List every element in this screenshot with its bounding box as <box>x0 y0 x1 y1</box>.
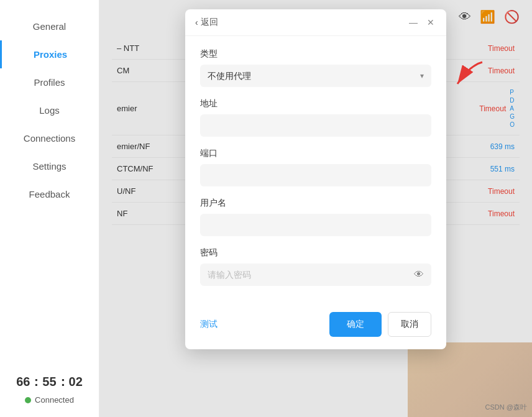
main-content: 👁 📶 🚫 – NTT Timeout CM Timeout emier Tim… <box>99 0 532 417</box>
back-button[interactable]: ‹ 返回 <box>195 17 218 28</box>
address-label: 地址 <box>200 98 431 109</box>
sidebar-bottom: 66：55：02 Connected <box>0 361 99 417</box>
confirm-button[interactable]: 确定 <box>329 312 382 337</box>
test-button[interactable]: 测试 <box>200 319 218 330</box>
port-label: 端口 <box>200 148 431 159</box>
eye-toggle-icon[interactable]: 👁 <box>414 269 424 280</box>
minimize-button[interactable]: — <box>408 17 419 28</box>
username-input[interactable] <box>200 214 431 236</box>
address-field-group: 地址 <box>200 98 431 137</box>
password-label: 密码 <box>200 247 431 259</box>
dialog-footer: 测试 确定 取消 <box>185 312 446 349</box>
cancel-button[interactable]: 取消 <box>388 312 431 337</box>
type-select[interactable]: 不使用代理 <box>200 65 431 87</box>
username-label: 用户名 <box>200 198 431 209</box>
port-field-group: 端口 <box>200 148 431 186</box>
dialog-body: 类型 不使用代理 ▾ 地址 <box>185 36 446 312</box>
sidebar-item-feedback[interactable]: Feedback <box>0 180 99 208</box>
sidebar-item-logs[interactable]: Logs <box>0 96 99 124</box>
type-field-group: 类型 不使用代理 ▾ <box>200 48 431 87</box>
dialog-window-controls: — ✕ <box>408 17 436 28</box>
password-field-group: 密码 👁 <box>200 247 431 286</box>
password-wrapper: 👁 <box>200 263 431 286</box>
sidebar-item-connections[interactable]: Connections <box>0 124 99 152</box>
app-container: General Proxies Profiles Logs Connection… <box>0 0 532 417</box>
sidebar-item-proxies[interactable]: Proxies <box>0 40 99 68</box>
username-field-group: 用户名 <box>200 198 431 236</box>
type-label: 类型 <box>200 48 431 60</box>
modal-overlay: ‹ 返回 — ✕ 类型 不使用代理 <box>99 0 532 417</box>
timer-display: 66：55：02 <box>12 373 86 390</box>
address-input[interactable] <box>200 114 431 137</box>
sidebar: General Proxies Profiles Logs Connection… <box>0 0 99 417</box>
footer-actions: 确定 取消 <box>329 312 431 337</box>
dialog-titlebar: ‹ 返回 — ✕ <box>185 9 446 36</box>
close-button[interactable]: ✕ <box>425 17 436 28</box>
sidebar-item-profiles[interactable]: Profiles <box>0 68 99 96</box>
status-dot <box>25 397 31 403</box>
sidebar-item-general[interactable]: General <box>0 12 99 40</box>
connection-status: Connected <box>12 395 86 405</box>
sidebar-item-settings[interactable]: Settings <box>0 152 99 180</box>
type-select-wrapper: 不使用代理 ▾ <box>200 65 431 87</box>
proxy-dialog: ‹ 返回 — ✕ 类型 不使用代理 <box>185 9 446 349</box>
password-input[interactable] <box>200 263 431 286</box>
port-input[interactable] <box>200 164 431 186</box>
